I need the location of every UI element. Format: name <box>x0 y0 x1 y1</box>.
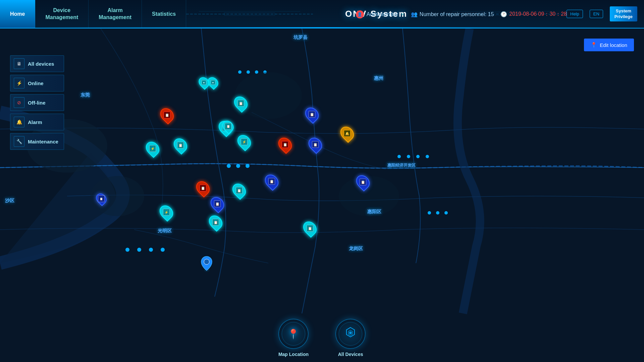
repair-icon: 👥 <box>411 11 418 17</box>
pin-p18[interactable]: ⚡ <box>160 205 172 220</box>
pin-p21[interactable]: 📋 <box>304 221 316 236</box>
svg-point-20 <box>444 211 448 215</box>
pin-p7[interactable]: ⚡ <box>238 134 250 149</box>
svg-point-12 <box>236 164 240 168</box>
svg-point-8 <box>137 248 141 252</box>
svg-point-16 <box>416 155 420 158</box>
sidebar-item-maintenance[interactable]: 🔧 Maintenance <box>10 133 64 150</box>
bottom-all-devices[interactable]: All Devices <box>335 319 366 357</box>
pin-p12[interactable]: 📋 <box>174 138 186 153</box>
datetime: 🕐 2019-08-06 09：30：28 <box>500 11 567 18</box>
pin-p16[interactable]: 📋 <box>266 174 278 189</box>
svg-point-22 <box>247 70 250 74</box>
admin-info[interactable]: 👤 Administrator ▼ <box>356 10 404 18</box>
maintenance-icon: 🔧 <box>14 136 24 147</box>
help-button[interactable]: Help <box>567 10 583 18</box>
header-right: Help EN SystemPrivilege <box>567 6 644 22</box>
svg-point-33 <box>349 331 352 334</box>
map-location-icon: 📍 <box>287 328 299 340</box>
pin-p9[interactable]: 📋 <box>309 137 321 152</box>
sidebar-label-online: Online <box>28 80 44 86</box>
svg-point-11 <box>227 164 231 168</box>
map-location-ring: 📍 <box>278 319 309 349</box>
svg-point-23 <box>255 70 258 74</box>
svg-point-13 <box>246 164 250 168</box>
header-lines-left <box>186 7 313 21</box>
all-devices-icon: 🖥 <box>14 58 24 69</box>
all-devices-label: All Devices <box>338 352 363 357</box>
map-location-label: Map Location <box>278 352 309 357</box>
svg-point-27 <box>235 72 302 119</box>
tab-statistics[interactable]: Statistics <box>142 0 186 28</box>
pin-p6[interactable]: 📋 <box>223 120 233 132</box>
all-devices-icon-bottom <box>344 326 357 342</box>
svg-marker-32 <box>348 330 353 336</box>
pin-p14[interactable]: 📋 <box>197 181 209 195</box>
svg-point-17 <box>426 155 429 158</box>
sidebar-item-online[interactable]: ⚡ Online <box>10 75 64 92</box>
svg-point-18 <box>428 211 431 215</box>
admin-icon: 👤 <box>356 10 364 18</box>
clock-icon: 🕐 <box>500 11 507 17</box>
all-devices-ring <box>335 319 366 349</box>
svg-point-7 <box>125 248 129 252</box>
tab-device-management[interactable]: DeviceManagement <box>35 0 89 28</box>
pin-p11[interactable]: ⚡ <box>147 141 159 156</box>
svg-marker-31 <box>346 327 355 337</box>
pin-p17[interactable]: 📋 <box>357 175 369 189</box>
svg-point-15 <box>407 155 410 158</box>
header-deco-left <box>186 7 313 21</box>
pin-p1[interactable]: 📋 <box>161 108 173 122</box>
sidebar-label-alarm: Alarm <box>28 119 42 125</box>
svg-point-19 <box>436 211 439 215</box>
pin-p8[interactable]: 📋 <box>306 107 318 122</box>
pin-p10[interactable]: 🔔 <box>341 126 353 141</box>
pin-p23[interactable]: 📋 <box>97 193 106 204</box>
location-pin-icon: 📍 <box>591 42 597 48</box>
online-icon: ⚡ <box>14 78 24 88</box>
nav-tabs: Home DeviceManagement AlarmManagement St… <box>0 0 186 28</box>
svg-point-9 <box>149 248 153 252</box>
tab-home[interactable]: Home <box>0 0 35 28</box>
system-privilege-button[interactable]: SystemPrivilege <box>610 6 637 22</box>
repair-info: 👥 Number of repair personnel: 15 <box>411 11 494 17</box>
pin-p4[interactable]: ● <box>199 77 209 88</box>
sidebar-label-offline: Off-line <box>28 100 46 106</box>
svg-point-21 <box>238 70 241 74</box>
pin-p19[interactable]: 📋 <box>210 215 222 230</box>
sidebar-item-alarm[interactable]: 🔔 Alarm <box>10 114 64 130</box>
edit-location-button[interactable]: 📍 Edit location <box>584 39 634 51</box>
header: Home DeviceManagement AlarmManagement St… <box>0 0 644 28</box>
alarm-icon: 🔔 <box>14 117 24 127</box>
svg-point-14 <box>397 155 401 158</box>
lang-button[interactable]: EN <box>590 10 603 18</box>
sidebar: 🖥 All devices ⚡ Online ⊘ Off-line 🔔 Alar… <box>10 55 64 150</box>
pin-p13[interactable]: 📋 <box>279 137 291 152</box>
sidebar-label-maintenance: Maintenance <box>28 139 58 144</box>
pin-p20[interactable]: 📋 <box>211 196 223 211</box>
header-bottom-line <box>0 27 644 28</box>
sidebar-item-all-devices[interactable]: 🖥 All devices <box>10 55 64 72</box>
tab-alarm-management[interactable]: AlarmManagement <box>89 0 142 28</box>
offline-icon: ⊘ <box>14 97 24 108</box>
map-container: 🖥 All devices ⚡ Online ⊘ Off-line 🔔 Alar… <box>0 28 644 362</box>
bottom-map-location[interactable]: 📍 Map Location <box>278 319 309 357</box>
pin-map-location[interactable] <box>201 256 213 273</box>
sidebar-label-all-devices: All devices <box>28 61 54 67</box>
admin-dropdown-arrow: ▼ <box>401 12 404 16</box>
pin-p15[interactable]: 📋 <box>233 183 245 198</box>
pin-p2[interactable]: 📋 <box>235 96 247 111</box>
svg-point-30 <box>204 259 209 264</box>
svg-point-10 <box>161 248 165 252</box>
sidebar-item-offline[interactable]: ⊘ Off-line <box>10 94 64 111</box>
